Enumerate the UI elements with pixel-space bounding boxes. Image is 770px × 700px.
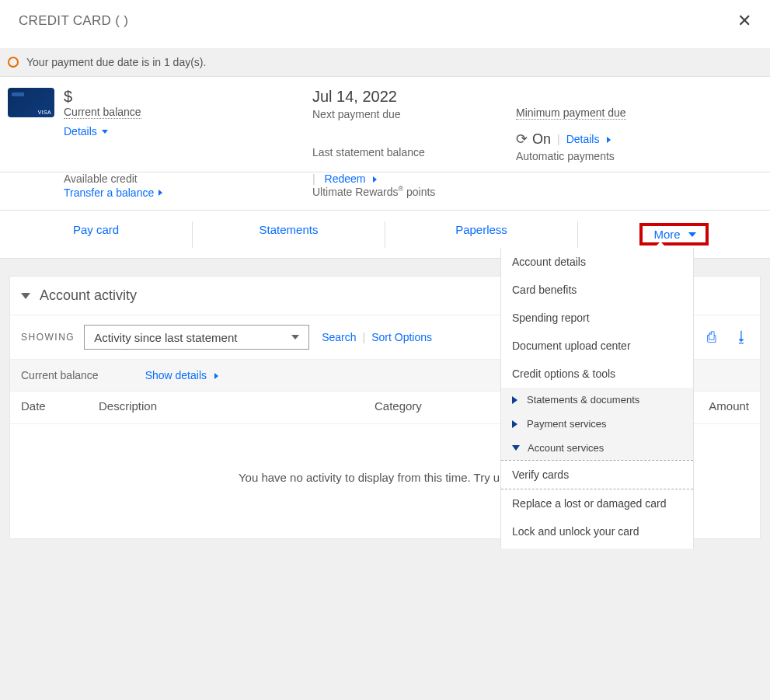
menu-refer-friend[interactable]: Refer a friend bbox=[501, 545, 693, 549]
account-overview: $ Current balance Details Jul 14, 2022 N… bbox=[0, 77, 770, 259]
account-tabs: Pay card Statements Paperless More Accou… bbox=[0, 211, 770, 259]
col-date: Date bbox=[21, 399, 99, 413]
alert-ring-icon bbox=[8, 57, 19, 68]
menu-lock-card[interactable]: Lock and unlock your card bbox=[501, 517, 693, 545]
chevron-right-icon bbox=[607, 137, 611, 143]
showing-value: Activity since last statement bbox=[94, 331, 237, 344]
tab-statements[interactable]: Statements bbox=[193, 211, 385, 258]
current-balance-label: Current balance bbox=[64, 106, 141, 119]
chevron-down-icon bbox=[291, 335, 299, 340]
show-details-link[interactable]: Show details bbox=[145, 369, 218, 381]
menu-card-benefits[interactable]: Card benefits bbox=[501, 276, 693, 304]
triangle-right-icon bbox=[512, 396, 517, 404]
menu-document-upload[interactable]: Document upload center bbox=[501, 332, 693, 360]
autopay-row: ⟳ On | Details bbox=[516, 131, 762, 148]
last-statement-label: Last statement balance bbox=[312, 146, 516, 158]
activity-title: Account activity bbox=[40, 287, 137, 304]
notice-text: Your payment due date is in 1 day(s). bbox=[26, 56, 206, 68]
details-text: Details bbox=[64, 125, 97, 138]
min-payment-label: Minimum payment due bbox=[516, 107, 626, 120]
autopay-details-link[interactable]: Details bbox=[566, 133, 611, 145]
rewards-redeem-row: | Redeem bbox=[312, 172, 762, 185]
showing-select[interactable]: Activity since last statement bbox=[84, 325, 309, 350]
next-payment-date: Jul 14, 2022 bbox=[312, 88, 516, 106]
chevron-down-icon bbox=[688, 232, 696, 237]
page-title: CREDIT CARD ( ) bbox=[19, 13, 128, 29]
more-text: More bbox=[653, 228, 680, 241]
redeem-text: Redeem bbox=[325, 172, 366, 185]
autopay-refresh-icon: ⟳ bbox=[516, 131, 528, 148]
separator: | bbox=[357, 331, 372, 343]
chevron-right-icon bbox=[159, 190, 162, 196]
transfer-balance-link[interactable]: Transfer a balance bbox=[64, 186, 162, 199]
page-header: CREDIT CARD ( ) ✕ bbox=[0, 0, 770, 48]
separator: | bbox=[312, 172, 322, 185]
search-link[interactable]: Search bbox=[322, 331, 356, 343]
menu-credit-options[interactable]: Credit options & tools bbox=[501, 360, 693, 388]
current-balance-row-label: Current balance bbox=[21, 369, 99, 381]
menu-section-account[interactable]: Account services bbox=[501, 436, 693, 460]
chevron-right-icon bbox=[214, 373, 218, 379]
sort-options-link[interactable]: Sort Options bbox=[371, 331, 432, 343]
menu-account-details[interactable]: Account details bbox=[501, 248, 693, 276]
menu-section-payment[interactable]: Payment services bbox=[501, 412, 693, 436]
menu-section-statements[interactable]: Statements & documents bbox=[501, 388, 693, 412]
chevron-right-icon bbox=[373, 176, 377, 183]
autopay-status: On bbox=[532, 131, 551, 148]
autopay-label: Automatic payments bbox=[516, 150, 762, 162]
more-dropdown: Account details Card benefits Spending r… bbox=[500, 248, 694, 549]
current-balance-amount: $ bbox=[64, 88, 312, 106]
balance-details-link[interactable]: Details bbox=[64, 125, 108, 138]
close-icon[interactable]: ✕ bbox=[737, 11, 751, 31]
chevron-down-icon bbox=[102, 130, 108, 134]
menu-replace-card[interactable]: Replace a lost or damaged card bbox=[501, 489, 693, 517]
triangle-down-icon bbox=[21, 293, 30, 299]
more-highlight: More bbox=[639, 223, 708, 246]
triangle-down-icon bbox=[512, 445, 520, 451]
download-icon[interactable]: ⭳ bbox=[734, 329, 749, 346]
showing-label: SHOWING bbox=[21, 332, 75, 343]
triangle-right-icon bbox=[512, 420, 517, 428]
print-icon[interactable]: ⎙ bbox=[707, 329, 716, 346]
tab-pay-card[interactable]: Pay card bbox=[0, 211, 192, 258]
autopay-details-text: Details bbox=[566, 133, 600, 145]
rewards-points-label: Ultimate Rewards® points bbox=[312, 185, 762, 198]
redeem-link[interactable]: Redeem bbox=[325, 172, 378, 185]
card-art-icon bbox=[8, 88, 54, 117]
separator: | bbox=[551, 133, 566, 145]
menu-verify-cards[interactable]: Verify cards bbox=[501, 460, 693, 489]
menu-spending-report[interactable]: Spending report bbox=[501, 304, 693, 332]
due-date-notice: Your payment due date is in 1 day(s). bbox=[0, 48, 770, 77]
col-description: Description bbox=[99, 399, 375, 413]
col-amount: Amount bbox=[687, 399, 749, 413]
next-payment-label: Next payment due bbox=[312, 108, 516, 120]
transfer-balance-text: Transfer a balance bbox=[64, 186, 154, 199]
available-credit-label: Available credit bbox=[64, 172, 312, 185]
